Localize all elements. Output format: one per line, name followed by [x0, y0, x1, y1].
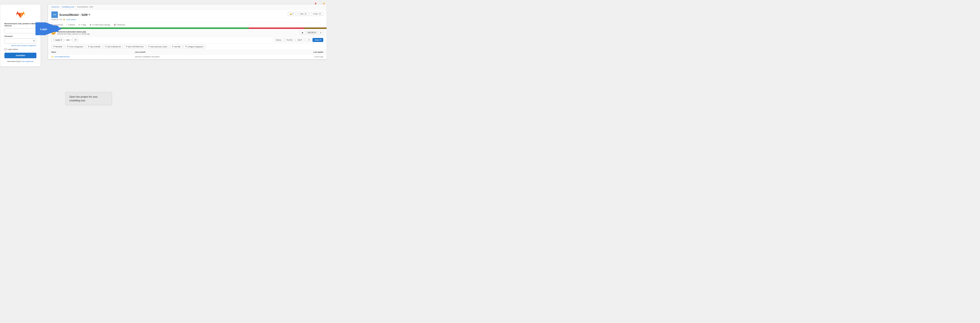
- configure-integrations-btn[interactable]: ⚙ Configure Integrations: [183, 45, 205, 49]
- kubernetes-icon: ☰: [148, 46, 150, 48]
- password-input[interactable]: [5, 38, 37, 44]
- readme-btn[interactable]: ☰ README: [51, 45, 64, 49]
- storage-icon: 🖥: [89, 24, 91, 26]
- username-input[interactable]: [5, 28, 37, 33]
- remember-row: Login merken: [5, 48, 37, 50]
- toolbar-row: ⑂ master ▾ / s2m / + ▾ History Find file…: [48, 36, 326, 44]
- col-name-header: Name: [51, 51, 135, 53]
- cicd-config-btn[interactable]: ☰ CI/CD configuration: [65, 45, 85, 49]
- tags-stat[interactable]: 🏷 4 Tags: [78, 24, 86, 26]
- project-info: S2M Scene2Model - S2M ⚙ Project ID: 131 …: [51, 11, 90, 20]
- register-link[interactable]: Jetzt registrieren: [21, 60, 33, 62]
- progress-bar: [48, 27, 326, 29]
- kubernetes-label: Add Kubernetes cluster: [150, 46, 167, 48]
- readme-icon: ☰: [53, 46, 55, 48]
- plus-chevron: ▾: [75, 39, 76, 41]
- project-id-text: Project ID: 131: [51, 19, 62, 20]
- branches-icon: ⑂: [66, 24, 67, 26]
- header-actions: 🔔 ▾ ☆ Star 0 ⑂ Forks 0: [288, 12, 323, 16]
- folder-name: DOCUMENTATION: [54, 56, 70, 58]
- clone-button[interactable]: Clone ▾: [312, 38, 323, 42]
- edit-label: Edit: [298, 39, 301, 41]
- arrow-label: Login: [40, 28, 47, 30]
- show-password-icon[interactable]: 👁: [33, 40, 35, 42]
- leave-project-link[interactable]: Leave project: [66, 19, 76, 20]
- star-label: Star: [301, 13, 304, 15]
- notifications-button[interactable]: 🔔 ▾: [288, 12, 295, 16]
- forks-button[interactable]: ⑂ Forks 0: [310, 12, 323, 16]
- register-row: Noch keine Konto? Jetzt registrieren: [5, 60, 37, 62]
- file-commit-msg: add linux installation description: [135, 56, 261, 58]
- add-wiki-btn[interactable]: ☰ Add Wiki: [170, 45, 183, 49]
- edit-button[interactable]: Edit ▾: [296, 38, 304, 42]
- register-text: Noch keine Konto?: [7, 60, 21, 62]
- commit-details: Removed submodule adoxx-pdp OMiLAB NPO (…: [57, 31, 90, 35]
- tooltip-text: Open the project for your modelling tool: [69, 95, 98, 101]
- project-id-row: Project ID: 131 🔒 Leave project: [51, 18, 90, 20]
- commit-message[interactable]: Removed submodule adoxx-pdp: [57, 31, 90, 33]
- copy-hash-button[interactable]: ⎘: [318, 31, 323, 35]
- forgot-password-link[interactable]: Hast du dein Passwort vergessen?: [5, 45, 37, 46]
- breadcrumb-resources[interactable]: resources: [51, 6, 59, 8]
- readme-label: README: [55, 46, 62, 48]
- add-license-btn[interactable]: ☰ Add LICENSE: [86, 45, 102, 49]
- folder-icon: 📁: [51, 56, 53, 58]
- progress-brown: [304, 27, 326, 29]
- license-icon: ☰: [88, 46, 89, 48]
- add-changelog-btn[interactable]: ☰ Add CHANGELOG: [103, 45, 123, 49]
- project-title-row: S2M Scene2Model - S2M ⚙: [51, 11, 90, 18]
- progress-red: [248, 27, 304, 29]
- releases-icon: 🚀: [114, 24, 116, 26]
- login-logo: [5, 9, 37, 19]
- col-update-header: Last update: [261, 51, 323, 53]
- breadcrumb-sep2: ›: [75, 6, 76, 8]
- stats-row: ↺ 64 Commits ⑂ 1 Branch 🏷 4 Tags 🖥 2.4 G…: [48, 22, 326, 27]
- add-contributing-btn[interactable]: ☰ Add CONTRIBUTING: [124, 45, 146, 49]
- branch-icon: ⑂: [53, 39, 54, 41]
- forks-count: 0: [318, 13, 321, 15]
- commit-hash[interactable]: 4dcf8cf5: [306, 31, 317, 34]
- path-text: s2m: [66, 39, 70, 41]
- storage-label: 2.4 GiB Project Storage: [92, 24, 110, 26]
- releases-stat[interactable]: 🚀 4 Releases: [114, 24, 125, 26]
- history-button[interactable]: History: [274, 38, 283, 42]
- breadcrumb-modelling[interactable]: modelling_tools: [62, 6, 74, 8]
- add-file-button[interactable]: + ▾: [72, 38, 78, 42]
- fork-icon: ⑂: [312, 13, 313, 15]
- branches-label: 1 Branch: [68, 24, 75, 26]
- commit-actions: ▶ 4dcf8cf5 ⎘: [300, 31, 323, 35]
- clone-chevron: ▾: [320, 39, 321, 41]
- integrations-label: Configure Integrations: [188, 46, 204, 48]
- plus-icon: +: [74, 39, 75, 41]
- commit-browse-button[interactable]: ▶: [300, 31, 305, 35]
- star-count: 0: [304, 13, 307, 15]
- file-update-time: 2 hours ago: [261, 56, 323, 58]
- toolbar-left: ⑂ master ▾ / s2m / + ▾: [51, 38, 78, 42]
- file-actions-row: ☰ README ☰ CI/CD configuration ☰ Add LIC…: [48, 44, 326, 50]
- add-kubernetes-btn[interactable]: ☰ Add Kubernetes cluster: [146, 45, 169, 49]
- cicd-icon: ☰: [67, 46, 68, 48]
- wiki-icon: ☰: [172, 46, 173, 48]
- remember-label: Login merken: [8, 48, 18, 50]
- table-row: 📁 DOCUMENTATION add linux installation d…: [48, 55, 326, 59]
- changelog-icon: ☰: [105, 46, 107, 48]
- integrations-icon: ⚙: [185, 46, 187, 48]
- file-table-header: Name Last commit Last update: [48, 50, 326, 55]
- storage-stat: 🖥 2.4 GiB Project Storage: [89, 24, 110, 26]
- login-submit-button[interactable]: Anmelden: [5, 53, 37, 58]
- download-button[interactable]: ↓ ▾: [305, 38, 312, 42]
- branches-stat[interactable]: ⑂ 1 Branch: [66, 24, 75, 26]
- star-button[interactable]: ☆ Star 0: [296, 12, 309, 16]
- breadcrumb-sep1: ›: [60, 6, 61, 8]
- lock-icon: 🔒: [63, 18, 65, 20]
- wiki-label: Add Wiki: [174, 46, 181, 48]
- forks-label: Forks: [313, 13, 318, 15]
- file-name-documentation[interactable]: 📁 DOCUMENTATION: [51, 56, 135, 58]
- breadcrumb-current: Scene2Model - S2M: [77, 6, 93, 8]
- project-name-text: Scene2Model - S2M: [59, 13, 88, 17]
- remember-checkbox[interactable]: [5, 48, 6, 50]
- branch-selector[interactable]: ⑂ master ▾: [51, 38, 64, 42]
- edit-chevron: ▾: [301, 39, 302, 41]
- star-icon: ☆: [298, 13, 300, 15]
- find-file-button[interactable]: Find file: [284, 38, 294, 42]
